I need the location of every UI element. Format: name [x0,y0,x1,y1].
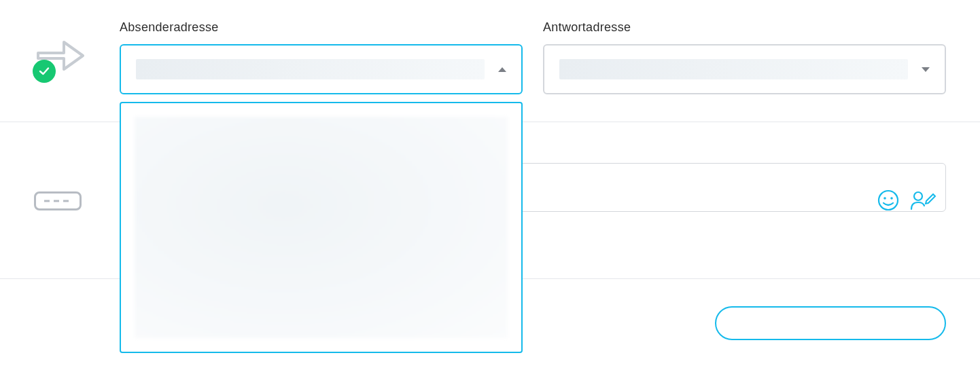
sender-address-dropdown[interactable] [120,102,523,353]
section-icon-col [34,20,120,81]
svg-point-2 [890,197,893,200]
reply-address-select[interactable] [543,44,946,94]
action-button-outline[interactable] [715,306,946,340]
reply-address-field: Antwortadresse [543,20,946,94]
svg-point-1 [883,197,886,200]
redacted-options-area [135,117,508,338]
svg-point-0 [879,191,898,210]
address-fields-row: Absenderadresse Antwortadresse [120,20,946,94]
emoji-icon[interactable] [877,189,900,212]
input-field-icon [34,191,82,210]
redacted-value-bar [559,59,908,79]
send-arrow-icon [34,34,87,81]
sender-address-select[interactable] [120,44,523,94]
sender-address-label: Absenderadresse [120,20,523,35]
svg-point-3 [914,192,922,200]
chevron-up-icon [498,67,506,72]
personalize-icon[interactable] [909,189,937,212]
reply-address-label: Antwortadresse [543,20,946,35]
sender-address-field: Absenderadresse [120,20,523,94]
redacted-value-bar [136,59,485,79]
section-icon-col [34,163,120,210]
chevron-down-icon [922,67,930,72]
section-icon-col [34,299,120,313]
check-badge-icon [33,60,56,83]
address-section: Absenderadresse Antwortadresse [0,0,980,122]
subject-actions [877,189,937,212]
